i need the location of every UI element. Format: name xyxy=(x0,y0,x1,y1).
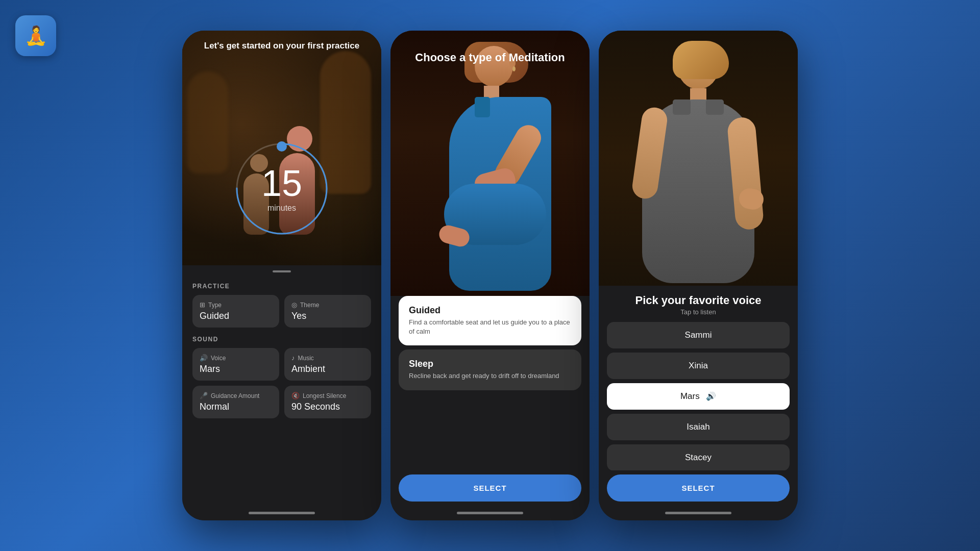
screen2-hero: Choose a type of Meditation xyxy=(390,31,590,296)
screen-2: Choose a type of Meditation Guided Find … xyxy=(390,31,590,520)
type-value: Guided xyxy=(200,311,272,321)
timer-number: 15 xyxy=(261,165,302,202)
home-indicator-2 xyxy=(457,512,523,514)
screen1-title: Let's get started on your first practice xyxy=(182,41,381,51)
meditation-card-guided[interactable]: Guided Find a comfortable seat and let u… xyxy=(399,296,581,345)
screen-3-phone: Pick your favorite voice Tap to listen S… xyxy=(599,31,798,520)
guided-card-desc: Find a comfortable seat and let us guide… xyxy=(409,318,571,336)
voice-item-mars[interactable]: Mars 🔊 xyxy=(607,383,790,410)
sound-grid: 🔊 Voice Mars ♪ Music Ambient xyxy=(192,348,371,418)
voice-label: Voice xyxy=(211,355,226,362)
meditation-card-sleep[interactable]: Sleep Recline back and get ready to drif… xyxy=(399,349,581,390)
screen2-select-button[interactable]: SELECT xyxy=(399,474,581,502)
meditation-cards: Guided Find a comfortable seat and let u… xyxy=(390,296,590,470)
screen-1-phone: Let's get started on your first practice… xyxy=(182,31,381,520)
voice-item-isaiah[interactable]: Isaiah xyxy=(607,414,790,440)
voice-sammi-name: Sammi xyxy=(685,330,712,340)
sleep-card-title: Sleep xyxy=(409,359,571,369)
guidance-label: Guidance Amount xyxy=(211,392,259,399)
timer-label: minutes xyxy=(267,204,296,213)
screen3-hero xyxy=(599,31,798,286)
type-icon: ⊞ xyxy=(200,301,205,309)
home-indicator-1 xyxy=(249,512,315,514)
practice-grid: ⊞ Type Guided ◎ Theme Yes xyxy=(192,295,371,328)
silence-value: 90 Seconds xyxy=(291,402,364,412)
scroll-dots xyxy=(182,265,381,274)
voice-item-sammi[interactable]: Sammi xyxy=(607,322,790,348)
app-icon[interactable]: 🧘 xyxy=(15,15,56,56)
theme-setting-card[interactable]: ◎ Theme Yes xyxy=(284,295,371,328)
sound-section-title: SOUND xyxy=(192,336,371,343)
theme-value: Yes xyxy=(291,311,364,321)
home-indicator-3 xyxy=(665,512,731,514)
guidance-setting-card[interactable]: 🎤 Guidance Amount Normal xyxy=(192,386,279,418)
screen3-title: Pick your favorite voice xyxy=(599,286,798,308)
music-icon: ♪ xyxy=(291,354,295,362)
voice-value: Mars xyxy=(200,364,272,374)
screen3-select-button[interactable]: SELECT xyxy=(607,474,790,502)
speaker-icon: 🔊 xyxy=(706,391,716,401)
voice-item-stacey[interactable]: Stacey xyxy=(607,444,790,470)
guidance-value: Normal xyxy=(200,402,272,412)
silence-label: Longest Silence xyxy=(303,392,346,399)
music-value: Ambient xyxy=(291,364,364,374)
voice-list: Sammi Xinia Mars 🔊 Isaiah Stacey xyxy=(599,322,798,470)
theme-label: Theme xyxy=(300,302,319,309)
voice-icon: 🔊 xyxy=(200,354,208,362)
practice-section-title: PRACTICE xyxy=(192,283,371,290)
music-label: Music xyxy=(298,355,314,362)
screen-2-phone: Choose a type of Meditation Guided Find … xyxy=(390,31,590,520)
silence-icon: 🔇 xyxy=(291,392,300,399)
app-icon-image: 🧘 xyxy=(24,25,47,46)
voice-mars-name: Mars xyxy=(680,391,700,401)
theme-icon: ◎ xyxy=(291,301,297,309)
screen-1: Let's get started on your first practice… xyxy=(182,31,381,520)
screen-3: Pick your favorite voice Tap to listen S… xyxy=(599,31,798,520)
figure-bg-right xyxy=(187,71,228,173)
silence-setting-card[interactable]: 🔇 Longest Silence 90 Seconds xyxy=(284,386,371,418)
voice-setting-card[interactable]: 🔊 Voice Mars xyxy=(192,348,279,381)
voice-xinia-name: Xinia xyxy=(689,361,708,370)
music-setting-card[interactable]: ♪ Music Ambient xyxy=(284,348,371,381)
screen2-title: Choose a type of Meditation xyxy=(401,41,579,64)
voice-isaiah-name: Isaiah xyxy=(687,422,709,432)
type-label: Type xyxy=(208,302,222,309)
guided-card-title: Guided xyxy=(409,305,571,316)
type-setting-card[interactable]: ⊞ Type Guided xyxy=(192,295,279,328)
voice-item-xinia[interactable]: Xinia xyxy=(607,353,790,379)
timer-circle[interactable]: 15 minutes xyxy=(231,138,333,240)
guidance-icon: 🎤 xyxy=(200,392,208,399)
voice-stacey-name: Stacey xyxy=(685,453,712,462)
sleep-card-desc: Recline back and get ready to drift off … xyxy=(409,371,571,381)
screen3-subtitle: Tap to listen xyxy=(599,308,798,322)
screen1-hero: Let's get started on your first practice… xyxy=(182,31,381,265)
practice-section: PRACTICE ⊞ Type Guided ◎ Them xyxy=(182,274,381,512)
